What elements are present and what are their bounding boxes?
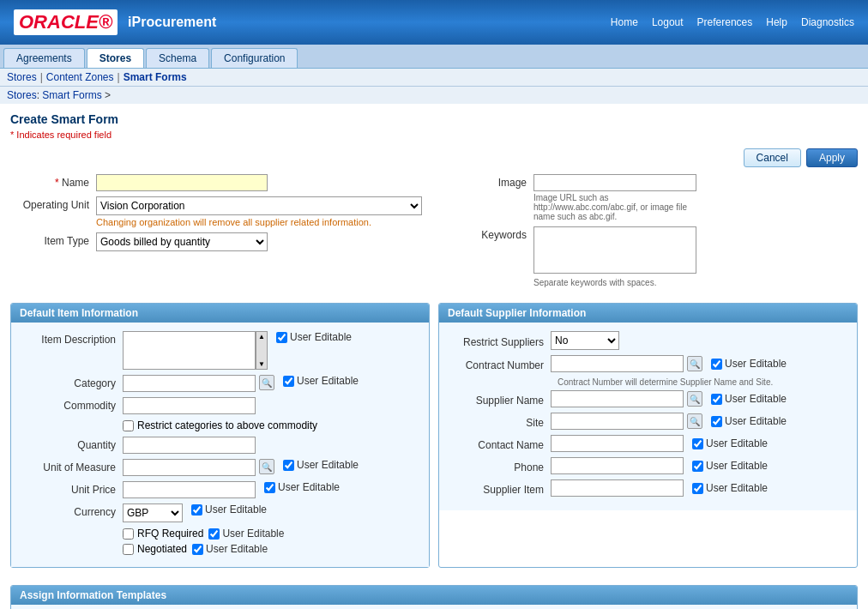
currency-editable-checkbox[interactable] — [191, 504, 202, 516]
negotiated-label[interactable]: Negotiated — [123, 543, 187, 555]
content-zones-link[interactable]: Content Zones — [46, 71, 114, 83]
contract-editable-label: User Editable — [725, 358, 787, 370]
unit-price-user-editable: User Editable — [264, 481, 340, 493]
supplier-name-input[interactable] — [551, 390, 684, 407]
uom-editable-checkbox[interactable] — [283, 460, 294, 471]
rfq-label[interactable]: RFQ Required — [123, 528, 203, 540]
keywords-textarea[interactable] — [533, 226, 696, 274]
desc-scrollbar: ▲ ▼ — [256, 331, 268, 370]
contract-number-input[interactable] — [551, 355, 684, 372]
breadcrumb-separator: > — [105, 89, 111, 101]
supplier-name-user-editable: User Editable — [711, 393, 787, 405]
stores-link[interactable]: Stores — [7, 71, 37, 83]
item-desc-user-editable: User Editable — [276, 331, 352, 343]
apply-button[interactable]: Apply — [806, 148, 858, 167]
tab-stores[interactable]: Stores — [87, 48, 144, 68]
unit-price-editable-checkbox[interactable] — [264, 482, 275, 493]
logout-link[interactable]: Logout — [652, 16, 684, 28]
name-input[interactable] — [96, 174, 268, 191]
item-description-textarea[interactable] — [123, 331, 256, 370]
supplier-name-editable-label: User Editable — [725, 393, 787, 405]
top-form: Name Operating Unit Vision Corporation C… — [10, 174, 858, 292]
breadcrumb-smart-forms[interactable]: Smart Forms — [42, 89, 101, 101]
category-user-editable: User Editable — [283, 375, 359, 387]
tab-schema[interactable]: Schema — [146, 48, 209, 68]
image-row: Image Image URL such as http://www.abc.c… — [448, 174, 858, 221]
app-title: iProcurement — [128, 15, 216, 30]
logo-area: ORACLE® iProcurement — [14, 9, 216, 35]
currency-select[interactable]: GBP USD EUR — [123, 503, 183, 522]
item-description-row: Item Description ▲ ▼ User Editable — [20, 331, 420, 370]
oracle-logo: ORACLE® — [14, 9, 118, 35]
contact-name-editable-checkbox[interactable] — [692, 438, 703, 449]
cancel-button[interactable]: Cancel — [744, 148, 801, 167]
templates-header: Assign Information Templates — [11, 586, 857, 605]
rfq-editable-checkbox[interactable] — [208, 528, 220, 540]
phone-editable-checkbox[interactable] — [692, 461, 703, 472]
form-left: Name Operating Unit Vision Corporation C… — [10, 174, 422, 292]
uom-search-icon[interactable]: 🔍 — [259, 459, 274, 474]
unit-price-input[interactable] — [123, 481, 256, 498]
home-link[interactable]: Home — [611, 16, 638, 28]
phone-input[interactable] — [551, 457, 684, 474]
smart-forms-link[interactable]: Smart Forms — [124, 71, 187, 83]
contact-name-input[interactable] — [551, 435, 684, 452]
supplier-name-editable-checkbox[interactable] — [711, 394, 722, 405]
image-input[interactable] — [533, 174, 696, 191]
supplier-item-editable-label: User Editable — [706, 482, 768, 494]
keywords-note: Separate keywords with spaces. — [533, 278, 858, 287]
restrict-checkbox[interactable] — [123, 420, 134, 431]
separator1: | — [40, 71, 43, 83]
help-link[interactable]: Help — [766, 16, 787, 28]
category-input[interactable] — [123, 375, 256, 392]
rfq-user-editable: User Editable — [208, 528, 284, 540]
supplier-item-editable-checkbox[interactable] — [692, 483, 703, 494]
item-type-wrapper: Goods billed by quantityGoods billed by … — [96, 232, 422, 251]
restrict-suppliers-row: Restrict Suppliers No Yes — [448, 331, 848, 350]
separator2: | — [118, 71, 120, 83]
contract-number-field: 🔍 User Editable — [551, 355, 787, 372]
site-input[interactable] — [551, 413, 684, 430]
phone-label: Phone — [448, 459, 551, 473]
contact-name-row: Contact Name User Editable — [448, 435, 848, 452]
supplier-search-icon[interactable]: 🔍 — [687, 391, 702, 407]
quantity-row: Quantity — [20, 437, 420, 454]
rfq-checkbox[interactable] — [123, 528, 134, 540]
keywords-label: Keywords — [448, 226, 533, 241]
breadcrumb-stores[interactable]: Stores — [7, 89, 37, 101]
negotiated-editable-label: User Editable — [206, 543, 268, 555]
tab-configuration[interactable]: Configuration — [211, 48, 298, 68]
preferences-link[interactable]: Preferences — [697, 16, 753, 28]
category-row: Category 🔍 User Editable — [20, 375, 420, 392]
site-editable-checkbox[interactable] — [711, 416, 722, 427]
contract-number-row: Contract Number 🔍 User Editable — [448, 355, 848, 372]
item-desc-editable-checkbox[interactable] — [276, 332, 287, 343]
restrict-suppliers-select[interactable]: No Yes — [551, 331, 619, 350]
contract-search-icon[interactable]: 🔍 — [687, 356, 702, 371]
item-type-label: Item Type — [10, 232, 96, 247]
item-type-select[interactable]: Goods billed by quantityGoods billed by … — [96, 232, 268, 251]
default-item-panel: Default Item Information Item Descriptio… — [10, 303, 430, 568]
category-editable-checkbox[interactable] — [283, 376, 294, 387]
category-search-icon[interactable]: 🔍 — [259, 375, 274, 390]
quantity-input[interactable] — [123, 437, 256, 454]
supplier-name-label: Supplier Name — [448, 392, 551, 407]
supplier-item-input[interactable] — [551, 479, 684, 497]
tab-agreements[interactable]: Agreements — [3, 48, 85, 68]
image-wrapper: Image URL such as http://www.abc.com/abc… — [533, 174, 858, 221]
operating-unit-select[interactable]: Vision Corporation — [96, 196, 422, 215]
contact-name-field: User Editable — [551, 435, 768, 452]
restrict-suppliers-field: No Yes — [551, 331, 619, 350]
negotiated-checkbox[interactable] — [123, 544, 134, 555]
contract-editable-checkbox[interactable] — [711, 359, 722, 370]
diagnostics-link[interactable]: Diagnostics — [801, 16, 854, 28]
site-search-icon[interactable]: 🔍 — [687, 413, 702, 429]
uom-input[interactable] — [123, 459, 256, 476]
site-row: Site 🔍 User Editable — [448, 413, 848, 430]
commodity-input[interactable] — [123, 397, 256, 414]
restrict-label[interactable]: Restrict categories to above commodity — [123, 419, 317, 431]
negotiated-text: Negotiated — [137, 543, 187, 555]
currency-field: GBP USD EUR User Editable — [123, 503, 420, 522]
category-field: 🔍 User Editable — [123, 375, 420, 392]
negotiated-editable-checkbox[interactable] — [192, 544, 203, 555]
